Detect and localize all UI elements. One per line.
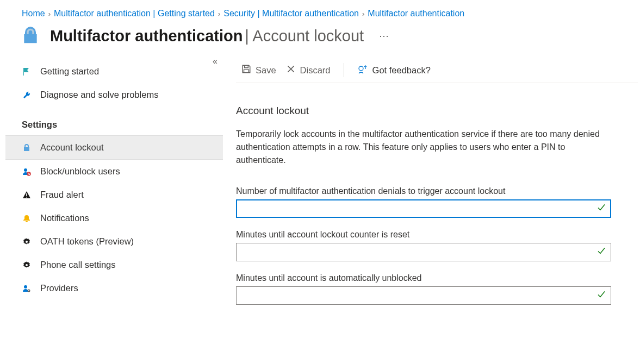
sidebar-item-label: Notifications [40,213,89,223]
main-content: Save Discard Got feedback? Account locko… [223,60,640,317]
svg-point-7 [26,264,28,266]
user-gear-icon [22,284,32,293]
field-label-unblock: Minutes until account is automatically u… [236,273,638,283]
user-block-icon [22,167,32,176]
toolbar-divider [344,63,344,77]
sidebar-item-label: Getting started [40,66,99,77]
feedback-button[interactable]: Got feedback? [357,64,431,77]
feedback-icon [357,64,368,77]
chevron-right-icon: › [218,10,220,18]
sidebar-group-settings: Settings [5,106,223,135]
save-button[interactable]: Save [241,64,276,76]
sidebar-item-account-lockout[interactable]: Account lockout [5,135,223,160]
section-description: Temporarily lock accounts in the multifa… [236,128,638,167]
chevron-right-icon: › [362,10,364,18]
svg-line-3 [28,173,30,175]
discard-button[interactable]: Discard [286,64,331,76]
feedback-label: Got feedback? [372,65,431,76]
breadcrumb-security-mfa[interactable]: Security | Multifactor authentication [223,9,359,18]
breadcrumb-home[interactable]: Home [22,9,45,18]
sidebar-item-providers[interactable]: Providers [5,277,223,300]
chevron-right-icon: › [48,10,51,18]
breadcrumb-mfa-getting-started[interactable]: Multifactor authentication | Getting sta… [54,9,215,18]
unblock-input[interactable] [236,286,611,305]
close-icon [286,64,296,76]
field-label-denials: Number of multifactor authentication den… [236,186,638,196]
reset-input[interactable] [236,243,611,261]
sidebar-item-getting-started[interactable]: Getting started [5,60,223,83]
collapse-sidebar-icon[interactable]: « [213,57,218,66]
section-title: Account lockout [236,83,638,128]
save-label: Save [256,65,276,76]
sidebar-item-notifications[interactable]: Notifications [5,206,223,230]
more-icon[interactable]: ⋯ [372,30,389,42]
field-label-reset: Minutes until account lockout counter is… [236,230,638,240]
flag-icon [22,67,32,76]
sidebar-item-label: Phone call settings [40,260,116,270]
checkmark-icon [597,291,606,301]
sidebar-item-label: Account lockout [40,142,103,153]
sidebar-item-block-unblock[interactable]: Block/unblock users [5,160,223,183]
svg-point-6 [26,241,28,243]
sidebar-item-label: Providers [40,283,78,293]
warning-icon [22,191,32,199]
sidebar-item-label: Diagnose and solve problems [40,90,158,100]
page-header: Multifactor authentication | Account loc… [0,23,640,60]
lock-icon [22,143,32,152]
svg-point-1 [24,168,27,172]
page-subtitle: | Account lockout [245,27,364,45]
svg-point-11 [359,66,363,71]
input-wrap-unblock [236,286,611,305]
save-icon [241,64,251,76]
gear-icon [22,261,32,269]
bell-icon [22,214,32,223]
checkmark-icon [597,204,606,214]
svg-point-8 [24,285,27,288]
sidebar-item-diagnose[interactable]: Diagnose and solve problems [5,83,223,106]
breadcrumb: Home › Multifactor authentication | Gett… [0,0,640,23]
discard-label: Discard [300,65,331,76]
sidebar-item-oath-tokens[interactable]: OATH tokens (Preview) [5,230,223,253]
sidebar-item-phone-call[interactable]: Phone call settings [5,253,223,277]
wrench-icon [22,91,32,99]
gear-icon [22,237,32,246]
svg-point-10 [28,290,29,291]
sidebar-item-fraud-alert[interactable]: Fraud alert [5,183,223,206]
svg-rect-0 [23,68,24,76]
toolbar: Save Discard Got feedback? [236,60,638,83]
lock-icon [20,25,41,47]
sidebar-item-label: Fraud alert [40,190,84,200]
sidebar-item-label: Block/unblock users [40,166,120,177]
denials-input[interactable] [236,199,611,218]
svg-rect-5 [26,197,27,198]
page-title: Multifactor authentication [50,27,243,45]
input-wrap-reset [236,243,611,261]
input-wrap-denials [236,199,611,218]
svg-rect-4 [26,193,27,196]
sidebar-item-label: OATH tokens (Preview) [40,236,134,247]
checkmark-icon [597,247,606,258]
sidebar: « Getting started Diagnose and solve pro… [5,60,223,317]
breadcrumb-mfa[interactable]: Multifactor authentication [368,9,464,18]
